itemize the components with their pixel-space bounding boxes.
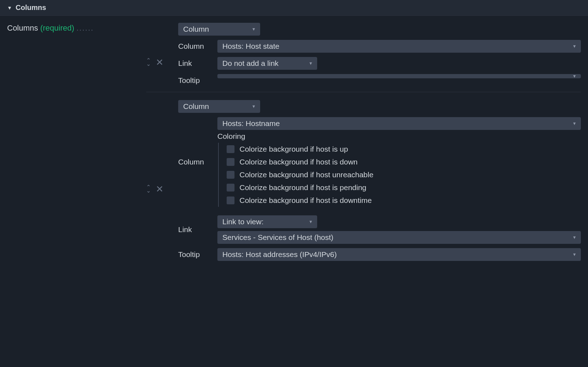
- chevron-down-icon: ▼: [572, 252, 577, 257]
- checkbox-label: Colorize background if host is up: [239, 145, 348, 153]
- chevron-down-icon: ▼: [572, 121, 577, 126]
- chevron-down-icon: ▼: [309, 61, 313, 66]
- field-label-tooltip: Tooltip: [178, 248, 212, 259]
- dropdown-value: Hosts: Hostname: [222, 119, 280, 127]
- tooltip-select[interactable]: ▼: [217, 74, 581, 78]
- checkbox-host-up[interactable]: [227, 145, 234, 153]
- remove-entry-button[interactable]: ✕: [156, 184, 164, 194]
- columns-label: Columns (required) ......: [7, 21, 146, 33]
- coloring-options: Colorize background if host is up Colori…: [218, 143, 581, 207]
- column-entry: Column ▼ ⌃ ⌄ ✕ Col: [146, 92, 581, 268]
- coloring-option: Colorize background if host is downtime: [227, 194, 581, 207]
- section-title: Columns: [16, 4, 46, 12]
- field-label-tooltip: Tooltip: [178, 74, 212, 85]
- dropdown-value: Hosts: Host addresses (IPv4/IPv6): [222, 250, 337, 258]
- field-label-link: Link: [178, 225, 212, 234]
- content-area: Columns (required) ...... Column ▼ ⌃: [0, 16, 588, 268]
- dropdown-value: Link to view:: [222, 217, 264, 226]
- chevron-down-icon: ▼: [309, 219, 313, 224]
- checkbox-label: Colorize background if host is downtime: [239, 196, 372, 205]
- field-label-link: Link: [178, 57, 212, 68]
- chevron-down-icon: ▼: [572, 74, 577, 79]
- chevron-down-icon: ▼: [572, 235, 577, 240]
- chevron-down-icon: ⌄: [146, 189, 151, 193]
- column-type-dropdown[interactable]: Column ▼: [178, 23, 260, 36]
- checkbox-label: Colorize background if host unreachable: [239, 171, 373, 179]
- label-dots: ......: [76, 23, 94, 32]
- link-target-dropdown[interactable]: Services - Services of Host (host) ▼: [217, 231, 581, 244]
- chevron-down-icon: ▼: [252, 104, 256, 109]
- chevron-down-icon: ⌄: [146, 62, 151, 66]
- columns-label-text: Columns: [7, 23, 38, 32]
- checkbox-host-down[interactable]: [227, 158, 234, 166]
- link-mode-dropdown[interactable]: Do not add a link ▼: [217, 57, 317, 70]
- dropdown-value: Hosts: Host state: [222, 42, 279, 50]
- reorder-handle[interactable]: ⌃ ⌄: [146, 59, 151, 65]
- field-label-column: Column: [178, 40, 212, 51]
- dropdown-value: Column: [183, 25, 209, 33]
- tooltip-select[interactable]: Hosts: Host addresses (IPv4/IPv6) ▼: [217, 248, 581, 261]
- coloring-option: Colorize background if host unreachable: [227, 168, 581, 181]
- columns-config-area: Column ▼ ⌃ ⌄ ✕ Column: [146, 21, 581, 268]
- column-type-dropdown[interactable]: Column ▼: [178, 100, 260, 113]
- column-entry: Column ▼ ⌃ ⌄ ✕ Column: [146, 21, 581, 92]
- field-label-column: Column: [178, 158, 212, 166]
- column-select[interactable]: Hosts: Hostname ▼: [217, 117, 581, 130]
- coloring-option: Colorize background if host is down: [227, 156, 581, 168]
- reorder-controls: ⌃ ⌄ ✕: [146, 58, 178, 67]
- dropdown-value: Services - Services of Host (host): [222, 233, 334, 241]
- dropdown-value: Column: [183, 102, 209, 110]
- coloring-option: Colorize background if host is pending: [227, 181, 581, 194]
- required-badge: (required): [40, 23, 74, 32]
- checkbox-label: Colorize background if host is down: [239, 158, 358, 166]
- chevron-down-icon: ▼: [252, 27, 256, 32]
- chevron-down-icon: ▼: [572, 44, 577, 49]
- section-header[interactable]: ▼ Columns: [0, 0, 588, 16]
- checkbox-host-downtime[interactable]: [227, 196, 234, 204]
- dropdown-value: Do not add a link: [222, 59, 279, 67]
- link-mode-dropdown[interactable]: Link to view: ▼: [217, 215, 317, 228]
- column-select[interactable]: Hosts: Host state ▼: [217, 40, 581, 53]
- checkbox-host-pending[interactable]: [227, 184, 234, 192]
- coloring-label: Coloring: [217, 132, 581, 141]
- coloring-option: Colorize background if host is up: [227, 143, 581, 156]
- collapse-triangle-icon: ▼: [7, 5, 12, 11]
- remove-entry-button[interactable]: ✕: [156, 58, 164, 67]
- checkbox-label: Colorize background if host is pending: [239, 183, 366, 192]
- checkbox-host-unreachable[interactable]: [227, 171, 234, 179]
- reorder-controls: ⌃ ⌄ ✕: [146, 184, 178, 194]
- reorder-handle[interactable]: ⌃ ⌄: [146, 185, 151, 192]
